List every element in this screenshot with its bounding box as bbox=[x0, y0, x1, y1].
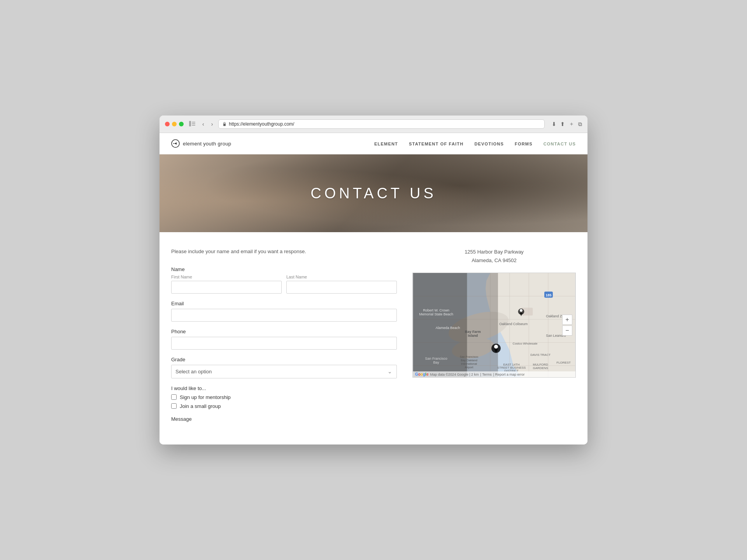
svg-text:DAVIS TRACT: DAVIS TRACT bbox=[530, 354, 551, 357]
checkbox-group: Sign up for mentorship Join a small grou… bbox=[171, 394, 397, 409]
grade-field-group: Grade Select an option 6th Grade 7th Gra… bbox=[171, 357, 397, 378]
first-name-label: First Name bbox=[171, 275, 282, 279]
svg-point-46 bbox=[494, 345, 498, 349]
map-terms[interactable]: | Terms bbox=[480, 373, 492, 376]
sidebar-toggle-button[interactable] bbox=[188, 120, 197, 128]
email-field-group: Email bbox=[171, 301, 397, 322]
name-field-group: Name First Name Last Name bbox=[171, 266, 397, 294]
nav-forms[interactable]: FORMS bbox=[515, 142, 533, 146]
back-button[interactable]: ‹ bbox=[201, 120, 206, 128]
nav-statement-of-faith[interactable]: STATEMENT OF FAITH bbox=[409, 142, 463, 146]
url-text: https://elementyouthgroup.com/ bbox=[229, 121, 294, 127]
mentorship-label[interactable]: Sign up for mentorship bbox=[180, 394, 231, 400]
svg-text:San Francisco: San Francisco bbox=[425, 357, 447, 361]
svg-rect-2 bbox=[192, 123, 195, 124]
close-button[interactable] bbox=[165, 122, 170, 126]
svg-text:185: 185 bbox=[546, 293, 552, 297]
svg-text:Island: Island bbox=[468, 334, 478, 338]
email-label: Email bbox=[171, 301, 397, 306]
svg-text:GARDENS: GARDENS bbox=[533, 367, 548, 370]
lock-icon bbox=[223, 122, 226, 126]
navigation: element youth group ELEMENT STATEMENT OF… bbox=[160, 133, 587, 154]
main-content: Please include your name and email if yo… bbox=[160, 232, 587, 444]
first-name-field: First Name bbox=[171, 275, 282, 294]
contact-form-section: Please include your name and email if yo… bbox=[171, 248, 397, 429]
message-label: Message bbox=[171, 416, 397, 422]
small-group-checkbox-item: Join a small group bbox=[171, 403, 397, 409]
svg-text:Bay Farm: Bay Farm bbox=[465, 330, 481, 334]
download-button[interactable]: ⬇ bbox=[552, 121, 556, 127]
map-attribution: Google Map data ©2024 Google | 2 km | Te… bbox=[413, 371, 575, 377]
logo-icon bbox=[171, 139, 180, 148]
message-field-group: Message bbox=[171, 416, 397, 422]
svg-text:Bay Oakland: Bay Oakland bbox=[461, 359, 477, 362]
email-input[interactable] bbox=[171, 309, 397, 322]
nav-element[interactable]: ELEMENT bbox=[374, 142, 398, 146]
would-like-group: I would like to... Sign up for mentorshi… bbox=[171, 385, 397, 409]
google-logo: Google bbox=[415, 372, 428, 376]
name-label: Name bbox=[171, 266, 397, 272]
hero-section: CONTACT US bbox=[160, 154, 587, 232]
hero-title: CONTACT US bbox=[310, 185, 437, 202]
svg-text:Costco Wholesale: Costco Wholesale bbox=[512, 342, 538, 345]
phone-field-group: Phone bbox=[171, 329, 397, 350]
nav-devotions[interactable]: DEVOTIONS bbox=[474, 142, 504, 146]
new-tab-button[interactable]: ＋ bbox=[569, 121, 574, 128]
small-group-label[interactable]: Join a small group bbox=[180, 403, 221, 409]
svg-rect-0 bbox=[189, 121, 191, 126]
map-zoom-out-button[interactable]: − bbox=[562, 326, 572, 336]
address-bar[interactable]: https://elementyouthgroup.com/ bbox=[218, 119, 545, 129]
svg-text:Airport: Airport bbox=[465, 366, 474, 369]
map-svg: Robert W. Crown Memorial State Beach Ala… bbox=[413, 273, 575, 377]
first-name-input[interactable] bbox=[171, 281, 282, 294]
form-intro-text: Please include your name and email if yo… bbox=[171, 248, 397, 256]
map-container: Robert W. Crown Memorial State Beach Ala… bbox=[412, 273, 576, 378]
nav-logo[interactable]: element youth group bbox=[171, 139, 231, 148]
svg-rect-1 bbox=[192, 122, 195, 122]
minimize-button[interactable] bbox=[172, 122, 177, 126]
maximize-button[interactable] bbox=[179, 122, 184, 126]
svg-text:Bay: Bay bbox=[433, 361, 439, 365]
nav-contact-us[interactable]: CONTACT US bbox=[544, 142, 576, 146]
map-data-text: Map data ©2024 Google | 2 km bbox=[430, 373, 479, 376]
browser-titlebar: ‹ › https://elementyouthgroup.com/ ⬇ ⬆ ＋… bbox=[160, 116, 587, 133]
tabs-button[interactable]: ⧉ bbox=[578, 121, 582, 128]
svg-point-49 bbox=[520, 309, 523, 312]
would-like-label: I would like to... bbox=[171, 385, 397, 391]
last-name-input[interactable] bbox=[286, 281, 397, 294]
map-controls: + − bbox=[562, 315, 572, 336]
mentorship-checkbox-item: Sign up for mentorship bbox=[171, 394, 397, 400]
small-group-checkbox[interactable] bbox=[171, 403, 177, 409]
grade-label: Grade bbox=[171, 357, 397, 362]
nav-links: ELEMENT STATEMENT OF FAITH DEVOTIONS FOR… bbox=[374, 140, 576, 147]
svg-text:MULFORD: MULFORD bbox=[533, 363, 548, 367]
svg-text:Oakland Coliseum: Oakland Coliseum bbox=[499, 322, 528, 326]
svg-text:Alameda Beach: Alameda Beach bbox=[435, 326, 460, 330]
browser-traffic-lights bbox=[165, 122, 184, 126]
svg-text:Memorial State Beach: Memorial State Beach bbox=[419, 313, 453, 317]
right-section: 1255 Harbor Bay Parkway Alameda, CA 9450… bbox=[412, 248, 576, 429]
grade-select[interactable]: Select an option 6th Grade 7th Grade 8th… bbox=[171, 365, 397, 378]
address-line-1: 1255 Harbor Bay Parkway bbox=[412, 248, 576, 256]
svg-text:San Francisco: San Francisco bbox=[460, 355, 479, 359]
map-zoom-in-button[interactable]: + bbox=[562, 315, 572, 325]
map-report[interactable]: | Report a map error bbox=[493, 373, 525, 376]
svg-rect-19 bbox=[413, 273, 467, 377]
mentorship-checkbox[interactable] bbox=[171, 394, 177, 400]
svg-rect-4 bbox=[223, 124, 226, 126]
address-line-2: Alameda, CA 94502 bbox=[412, 256, 576, 265]
address-block: 1255 Harbor Bay Parkway Alameda, CA 9450… bbox=[412, 248, 576, 265]
forward-button[interactable]: › bbox=[210, 120, 215, 128]
svg-text:FLOREST: FLOREST bbox=[556, 361, 571, 365]
svg-text:International: International bbox=[461, 362, 477, 366]
svg-text:Robert W. Crown: Robert W. Crown bbox=[423, 309, 449, 313]
name-row: First Name Last Name bbox=[171, 275, 397, 294]
share-button[interactable]: ⬆ bbox=[560, 121, 565, 127]
last-name-field: Last Name bbox=[286, 275, 397, 294]
website-content: element youth group ELEMENT STATEMENT OF… bbox=[160, 133, 587, 444]
svg-rect-3 bbox=[192, 125, 195, 126]
logo-text: element youth group bbox=[183, 141, 231, 147]
last-name-label: Last Name bbox=[286, 275, 397, 279]
phone-input[interactable] bbox=[171, 337, 397, 350]
browser-window: ‹ › https://elementyouthgroup.com/ ⬇ ⬆ ＋… bbox=[160, 116, 587, 444]
